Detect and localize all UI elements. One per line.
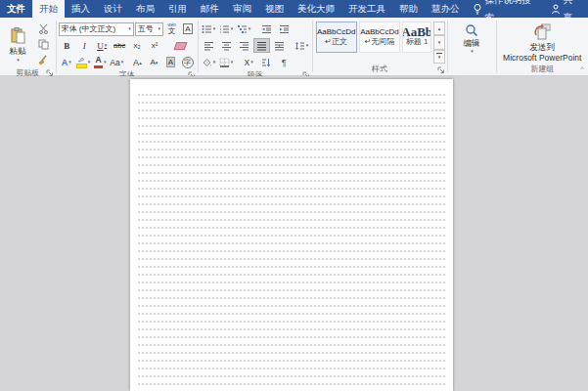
- document-page[interactable]: [130, 79, 453, 391]
- justify-button[interactable]: [253, 38, 270, 53]
- send-label-line1: 发送到: [530, 42, 556, 53]
- style-normal[interactable]: AaBbCcDd ↵正文: [316, 22, 357, 53]
- highlighter-icon: [76, 57, 87, 68]
- italic-button[interactable]: I: [76, 38, 93, 53]
- tab-layout[interactable]: 布局: [129, 0, 161, 18]
- tab-review[interactable]: 审阅: [226, 0, 258, 18]
- font-color-arrow: ▾: [104, 60, 107, 65]
- tab-huibangong[interactable]: 慧办公: [425, 0, 467, 18]
- bullets-button[interactable]: ▾: [201, 22, 217, 36]
- numbering-button[interactable]: ▾: [218, 22, 235, 36]
- highlight-color-button[interactable]: ▾: [75, 55, 92, 69]
- send-to-powerpoint-button[interactable]: 发送到 Microsoft PowerPoint: [499, 20, 585, 64]
- line-spacing-arrow: ▾: [306, 43, 309, 48]
- distribute-button[interactable]: [271, 38, 288, 53]
- phonetic-guide-button[interactable]: wén 文: [164, 22, 179, 36]
- tab-file[interactable]: 文件: [0, 0, 32, 18]
- change-case-button[interactable]: Aa▾: [109, 55, 124, 69]
- styles-gallery-scrollbar: ▴ ▾ ▾: [433, 22, 444, 64]
- align-center-button[interactable]: [218, 38, 235, 53]
- text-effects-button[interactable]: A▾: [59, 55, 74, 69]
- tab-mailings[interactable]: 邮件: [194, 0, 226, 18]
- show-hide-marks-button[interactable]: ¶: [276, 55, 293, 69]
- group-clipboard: 粘贴 ▾ 剪贴板: [0, 18, 56, 75]
- asian-layout-icon: X: [244, 58, 249, 67]
- text-effects-arrow: ▾: [68, 60, 71, 65]
- tab-design[interactable]: 设计: [97, 0, 129, 18]
- multilevel-list-button[interactable]: ▾: [236, 22, 252, 36]
- ribbon-home: 粘贴 ▾ 剪贴板: [0, 18, 588, 76]
- tab-beautify-master[interactable]: 美化大师: [291, 0, 341, 18]
- style-heading1[interactable]: AaBb 标题 1: [402, 22, 431, 53]
- style-preview: AaBbCcDd: [317, 27, 356, 37]
- grow-font-button[interactable]: A▴: [129, 55, 145, 69]
- paste-button[interactable]: 粘贴 ▾: [2, 20, 33, 67]
- cut-button[interactable]: [35, 22, 52, 36]
- subscript-button[interactable]: x₂: [129, 38, 146, 53]
- font-color-button[interactable]: A ▾: [92, 55, 108, 69]
- style-name: 标题 1: [406, 37, 429, 47]
- tab-developer[interactable]: 开发工具: [341, 0, 392, 18]
- copy-button[interactable]: [35, 37, 52, 52]
- paste-dropdown-arrow: ▾: [17, 58, 20, 63]
- group-editing: 编辑 ▾: [447, 18, 495, 75]
- strikethrough-button[interactable]: abc: [112, 38, 128, 53]
- character-border-button[interactable]: A: [180, 22, 195, 36]
- editing-button[interactable]: 编辑 ▾: [460, 20, 484, 64]
- styles-dialog-launcher-icon[interactable]: [437, 66, 445, 74]
- tell-me-search[interactable]: 操作说明搜索: [467, 0, 543, 18]
- group-new: 发送到 Microsoft PowerPoint 新建组: [497, 18, 588, 75]
- asian-layout-button[interactable]: X ▾: [241, 55, 257, 69]
- increase-indent-button[interactable]: [276, 22, 293, 36]
- style-no-spacing[interactable]: AaBbCcDd ↵无间隔: [359, 22, 400, 53]
- shrink-font-arrow: ▾: [156, 60, 158, 65]
- send-to-powerpoint-icon: [532, 22, 552, 42]
- underline-button[interactable]: U▾: [94, 38, 111, 53]
- paste-label: 粘贴: [10, 46, 26, 58]
- tab-help[interactable]: 帮助: [392, 0, 425, 18]
- styles-scroll-up-button[interactable]: ▴: [433, 22, 444, 35]
- ribbon-tab-bar: 文件 开始 插入 设计 布局 引用 邮件 审阅 视图 美化大师 开发工具 帮助 …: [0, 0, 588, 18]
- shading-button[interactable]: ▾: [201, 55, 217, 69]
- grow-font-arrow: ▴: [139, 60, 142, 65]
- change-case-arrow: ▾: [121, 60, 124, 65]
- tab-insert[interactable]: 插入: [65, 0, 97, 18]
- format-painter-button[interactable]: [35, 53, 52, 67]
- editing-group-footer: [449, 64, 493, 75]
- align-right-button[interactable]: [236, 38, 252, 53]
- line-spacing-button[interactable]: ▾: [294, 38, 310, 53]
- font-name-combobox[interactable]: 宋体 (中文正文) ▾: [59, 22, 134, 36]
- font-size-combobox[interactable]: 五号 ▾: [135, 22, 163, 36]
- word-window: 文件 开始 插入 设计 布局 引用 邮件 审阅 视图 美化大师 开发工具 帮助 …: [0, 0, 588, 391]
- lightbulb-icon: [473, 3, 482, 15]
- group-styles: AaBbCcDd ↵正文 AaBbCcDd ↵无间隔 AaBb 标题 1 ▴ ▾: [313, 18, 447, 75]
- character-shading-button[interactable]: A: [162, 55, 178, 69]
- decrease-indent-button[interactable]: [258, 22, 275, 36]
- tab-home[interactable]: 开始: [32, 0, 65, 18]
- collapse-ribbon-button[interactable]: ^: [580, 65, 584, 73]
- clear-formatting-button[interactable]: [172, 38, 189, 53]
- person-icon: [551, 4, 561, 15]
- sort-button[interactable]: [258, 55, 275, 69]
- group-font: 宋体 (中文正文) ▾ 五号 ▾ wén 文: [57, 18, 198, 75]
- bold-button[interactable]: B: [59, 38, 75, 53]
- font-size-value: 五号: [138, 23, 154, 34]
- align-left-button[interactable]: [201, 38, 217, 53]
- enclose-characters-icon: 字: [182, 57, 194, 68]
- share-button[interactable]: 共享: [543, 0, 588, 18]
- document-gridlines: [137, 91, 446, 391]
- tab-view[interactable]: 视图: [258, 0, 291, 18]
- underline-arrow: ▾: [105, 43, 108, 48]
- styles-gallery-more-button[interactable]: ▾: [433, 50, 444, 64]
- editing-arrow: ▾: [471, 49, 474, 54]
- enclose-characters-button[interactable]: 字: [180, 55, 196, 69]
- font-color-icon: A: [94, 56, 103, 68]
- shrink-font-button[interactable]: A▾: [146, 55, 161, 69]
- character-border-icon: A: [183, 23, 192, 34]
- borders-button[interactable]: ▾: [218, 55, 235, 69]
- tab-references[interactable]: 引用: [161, 0, 194, 18]
- styles-scroll-down-button[interactable]: ▾: [433, 35, 444, 49]
- document-area[interactable]: [0, 76, 588, 391]
- superscript-button[interactable]: x²: [147, 38, 163, 53]
- shading-arrow: ▾: [213, 60, 216, 65]
